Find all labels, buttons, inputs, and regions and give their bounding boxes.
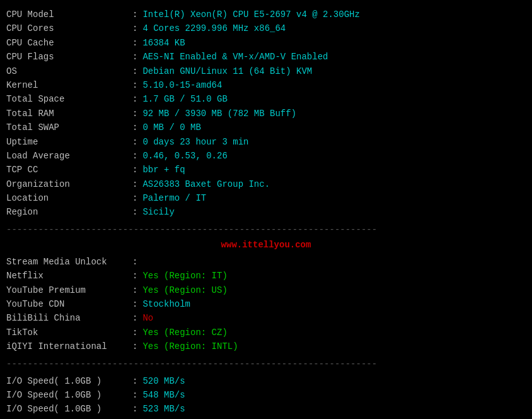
tcp-cc-label: TCP CC (6, 163, 132, 177)
tiktok-value: Yes (Region: CZ) (142, 326, 227, 339)
divider-1: ----------------------------------------… (6, 222, 526, 237)
uptime-label: Uptime (6, 135, 132, 149)
cpu-cores-row: CPU Cores : 4 Cores 2299.996 MHz x86_64 (6, 21, 526, 35)
tiktok-row: TikTok : Yes (Region: CZ) (6, 326, 526, 339)
io-avg-row: Average I/O Speed : 530.3 MB/s (6, 416, 526, 419)
tcp-cc-value: bbr + fq (142, 163, 185, 177)
netflix-row: Netflix : Yes (Region: IT) (6, 269, 526, 283)
uptime-row: Uptime : 0 days 23 hour 3 min (6, 135, 526, 149)
total-swap-value: 0 MB / 0 MB (142, 121, 200, 134)
total-space-row: Total Space : 1.7 GB / 51.0 GB (6, 92, 526, 106)
org-row: Organization : AS26383 Baxet Group Inc. (6, 177, 526, 191)
io-section: I/O Speed( 1.0GB ) : 520 MB/s I/O Speed(… (6, 372, 526, 419)
os-value: Debian GNU/Linux 11 (64 Bit) KVM (142, 64, 312, 78)
cpu-flags-label: CPU Flags (6, 50, 132, 64)
bilibili-label: BiliBili China (6, 311, 132, 325)
kernel-row: Kernel : 5.10.0-15-amd64 (6, 78, 526, 92)
divider-2: ----------------------------------------… (6, 357, 526, 372)
total-swap-label: Total SWAP (6, 121, 132, 134)
cpu-cache-value: 16384 KB (142, 36, 185, 50)
netflix-label: Netflix (6, 269, 132, 283)
io-speed3-value: 523 MB/s (142, 402, 185, 416)
region-row: Region : Sicily (6, 205, 526, 219)
cpu-flags-value: AES-NI Enabled & VM-x/AMD-V Enabled (142, 50, 328, 64)
load-avg-label: Load Average (6, 149, 132, 163)
youtube-premium-row: YouTube Premium : Yes (Region: US) (6, 283, 526, 297)
cpu-flags-row: CPU Flags : AES-NI Enabled & VM-x/AMD-V … (6, 50, 526, 64)
io-speed2-label: I/O Speed( 1.0GB ) (6, 388, 132, 402)
region-label: Region (6, 205, 132, 219)
iqiyi-row: iQIYI International : Yes (Region: INTL) (6, 339, 526, 353)
system-section: CPU Model : Intel(R) Xeon(R) CPU E5-2697… (6, 5, 526, 222)
iqiyi-label: iQIYI International (6, 339, 132, 353)
total-swap-row: Total SWAP : 0 MB / 0 MB (6, 121, 526, 134)
kernel-value: 5.10.0-15-amd64 (142, 78, 222, 92)
cpu-cores-label: CPU Cores (6, 21, 132, 35)
watermark: www.ittellyou.com (6, 237, 526, 252)
io-speed1-label: I/O Speed( 1.0GB ) (6, 374, 132, 388)
io-avg-label: Average I/O Speed (6, 416, 132, 419)
cpu-cache-row: CPU Cache : 16384 KB (6, 36, 526, 50)
location-label: Location (6, 191, 132, 205)
netflix-value: Yes (Region: IT) (142, 269, 227, 283)
load-avg-row: Load Average : 0.46, 0.53, 0.26 (6, 149, 526, 163)
cpu-cache-label: CPU Cache (6, 36, 132, 50)
org-label: Organization (6, 177, 132, 191)
youtube-cdn-label: YouTube CDN (6, 297, 132, 311)
io-speed1-value: 520 MB/s (142, 374, 185, 388)
tcp-cc-row: TCP CC : bbr + fq (6, 163, 526, 177)
bilibili-value: No (142, 311, 153, 325)
total-ram-value: 92 MB / 3930 MB (782 MB Buff) (142, 107, 296, 121)
os-row: OS : Debian GNU/Linux 11 (64 Bit) KVM (6, 64, 526, 78)
io-speed1-row: I/O Speed( 1.0GB ) : 520 MB/s (6, 374, 526, 388)
bilibili-row: BiliBili China : No (6, 311, 526, 325)
io-speed3-label: I/O Speed( 1.0GB ) (6, 402, 132, 416)
region-value: Sicily (142, 205, 174, 219)
location-value: Palermo / IT (142, 191, 206, 205)
cpu-model-row: CPU Model : Intel(R) Xeon(R) CPU E5-2697… (6, 8, 526, 21)
youtube-premium-label: YouTube Premium (6, 283, 132, 297)
youtube-premium-value: Yes (Region: US) (142, 283, 227, 297)
load-avg-value: 0.46, 0.53, 0.26 (142, 149, 227, 163)
total-ram-row: Total RAM : 92 MB / 3930 MB (782 MB Buff… (6, 107, 526, 121)
location-row: Location : Palermo / IT (6, 191, 526, 205)
io-avg-value: 530.3 MB/s (142, 416, 195, 419)
cpu-model-value: Intel(R) Xeon(R) CPU E5-2697 v4 @ 2.30GH… (142, 8, 359, 21)
tiktok-label: TikTok (6, 326, 132, 339)
org-value: AS26383 Baxet Group Inc. (142, 177, 270, 191)
os-label: OS (6, 64, 132, 78)
cpu-cores-value: 4 Cores 2299.996 MHz x86_64 (142, 21, 286, 35)
streaming-section: Stream Media Unlock : Netflix : Yes (Reg… (6, 252, 526, 357)
youtube-cdn-row: YouTube CDN : Stockholm (6, 297, 526, 311)
total-space-value: 1.7 GB / 51.0 GB (142, 92, 227, 106)
streaming-header-row: Stream Media Unlock : (6, 255, 526, 269)
io-speed2-value: 548 MB/s (142, 388, 185, 402)
io-speed3-row: I/O Speed( 1.0GB ) : 523 MB/s (6, 402, 526, 416)
total-space-label: Total Space (6, 92, 132, 106)
total-ram-label: Total RAM (6, 107, 132, 121)
streaming-header-label: Stream Media Unlock (6, 255, 132, 269)
cpu-model-label: CPU Model (6, 8, 132, 21)
youtube-cdn-value: Stockholm (142, 297, 190, 311)
iqiyi-value: Yes (Region: INTL) (142, 339, 238, 353)
kernel-label: Kernel (6, 78, 132, 92)
io-speed2-row: I/O Speed( 1.0GB ) : 548 MB/s (6, 388, 526, 402)
uptime-value: 0 days 23 hour 3 min (142, 135, 248, 149)
